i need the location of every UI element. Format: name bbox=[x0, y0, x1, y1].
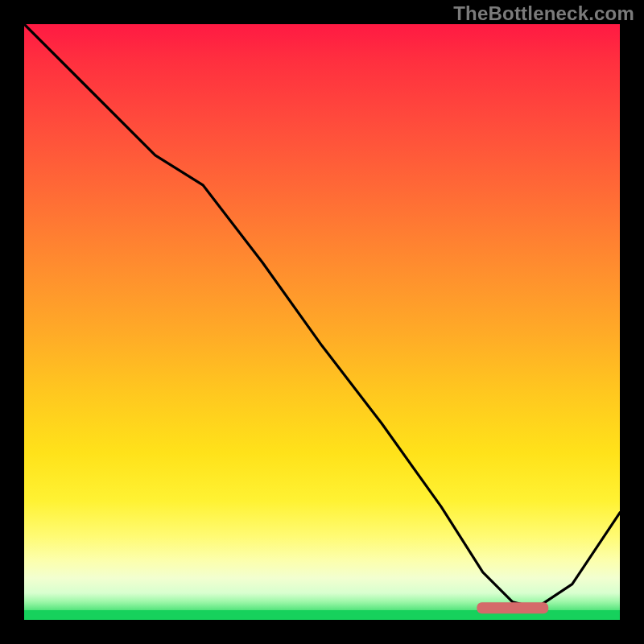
optimal-range-marker bbox=[477, 602, 548, 613]
chart-frame: TheBottleneck.com bbox=[0, 0, 644, 644]
plot-area bbox=[24, 24, 620, 620]
curve-overlay bbox=[24, 24, 620, 620]
watermark-text: TheBottleneck.com bbox=[453, 2, 634, 25]
bottleneck-curve bbox=[24, 24, 620, 608]
